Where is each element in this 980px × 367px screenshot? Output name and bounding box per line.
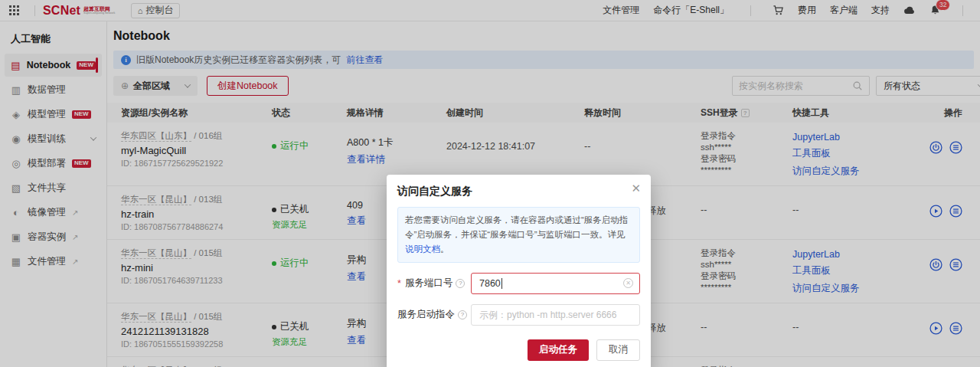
custom-service-modal: 访问自定义服务 ✕ 若您需要访问自定义服务，请在容器内或通过“服务启动指令”启动… xyxy=(387,175,651,367)
cancel-button[interactable]: 取消 xyxy=(596,339,640,361)
required-asterisk: * xyxy=(397,278,401,289)
port-input-value: 7860 xyxy=(479,278,501,289)
port-field-row: * 服务端口号 ? 7860 ✕ xyxy=(397,273,640,294)
close-icon[interactable]: ✕ xyxy=(631,182,641,194)
modal-title: 访问自定义服务 xyxy=(397,185,640,198)
help-icon[interactable]: ? xyxy=(458,310,467,319)
docs-link[interactable]: 说明文档 xyxy=(405,244,440,254)
modal-footer: 启动任务 取消 xyxy=(397,339,640,361)
command-field-label: 服务启动指令 ? xyxy=(397,308,471,321)
clear-input-icon[interactable]: ✕ xyxy=(623,278,633,288)
port-input[interactable]: 7860 ✕ xyxy=(471,273,640,294)
start-task-button[interactable]: 启动任务 xyxy=(528,339,589,361)
modal-alert: 若您需要访问自定义服务，请在容器内或通过“服务启动指令”启动服务，并保证“服务端… xyxy=(397,207,640,263)
port-field-label: * 服务端口号 ? xyxy=(397,277,471,290)
command-input[interactable] xyxy=(471,304,640,326)
text-caret xyxy=(501,278,502,289)
help-icon[interactable]: ? xyxy=(456,279,465,288)
command-field-row: 服务启动指令 ? xyxy=(397,304,640,326)
